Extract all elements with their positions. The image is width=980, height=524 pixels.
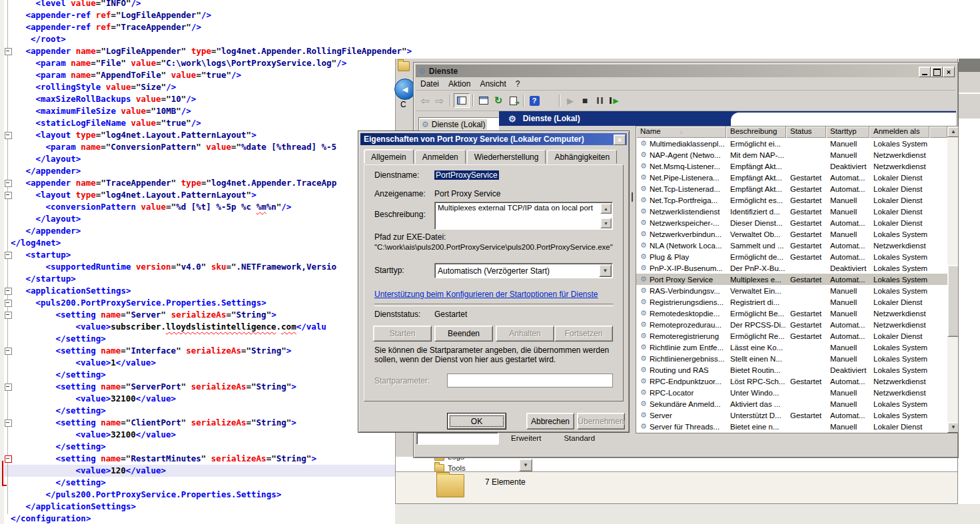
show-hide-action-pane-icon[interactable]	[542, 94, 556, 107]
fold-toggle[interactable]	[5, 312, 12, 319]
fold-toggle[interactable]	[5, 252, 12, 259]
scrollbar[interactable]: ▲ ▼	[947, 127, 958, 433]
column-header-beschreibung[interactable]: Beschreibung	[726, 127, 786, 138]
tab-anmelden[interactable]: Anmelden	[415, 150, 466, 164]
table-row[interactable]: ⚙Port Proxy ServiceMultiplexes e...Gesta…	[636, 274, 947, 285]
fold-toggle[interactable]	[5, 300, 12, 307]
properties-icon[interactable]	[476, 94, 491, 107]
minimize-icon	[922, 74, 927, 75]
dialog-titlebar[interactable]: Eigenschaften von Port Proxy Service (Lo…	[360, 133, 627, 145]
table-row[interactable]: ⚙Registrierungsdiens...Registriert di...…	[636, 296, 947, 308]
fold-toggle[interactable]	[5, 384, 12, 391]
dropdown-button[interactable]: ▼	[519, 459, 532, 471]
start-type-combobox[interactable]: Automatisch (Verzögerter Start) ▼	[434, 263, 613, 278]
start-service-icon[interactable]	[563, 94, 578, 107]
table-row[interactable]: ⚙Sekundäre Anmeld...Aktiviert das ...Man…	[636, 398, 947, 409]
pause-service-icon[interactable]	[592, 94, 607, 107]
start-params-input[interactable]	[447, 374, 613, 388]
stop-button[interactable]: Beenden	[434, 326, 493, 342]
tab-allgemein[interactable]: Allgemein	[364, 149, 414, 164]
table-row[interactable]: ⚙Server für Threads...Bietet eine n...Ma…	[636, 421, 947, 432]
fold-toggle[interactable]	[5, 192, 12, 199]
fold-toggle[interactable]	[5, 419, 12, 427]
table-row[interactable]: ⚙RAS-Verbindungsv...Verwaltet Ein...Manu…	[636, 285, 947, 296]
restart-service-icon[interactable]	[607, 94, 622, 107]
minimize-button[interactable]	[919, 67, 931, 77]
fold-toggle[interactable]	[5, 180, 12, 187]
service-starttype: Manuell	[826, 310, 869, 318]
close-button[interactable]: ×	[943, 67, 955, 77]
table-row[interactable]: ⚙Net.Tcp-Portfreiga...Ermöglicht es...Ge…	[636, 194, 947, 206]
services-titlebar[interactable]: ⚙ Dienste	[416, 65, 956, 77]
dialog-close-button[interactable]: ×	[614, 134, 626, 145]
tree-item-dienste-lokal[interactable]: ⚙ Dienste (Lokal)	[420, 119, 487, 130]
description-box[interactable]: Multiplexes external TCP/IP data on loca…	[434, 202, 613, 230]
table-row[interactable]: ⚙Netzwerkspeicher-...Dieser Dienst...Ges…	[636, 217, 947, 228]
maximize-button[interactable]	[931, 67, 943, 77]
table-row[interactable]: ⚙Routing und RASBietet Routin...Deaktivi…	[636, 364, 947, 376]
table-row[interactable]: ⚙Remotedesktopdie...Ermöglicht Be...Gest…	[636, 308, 947, 319]
column-header-starttyp[interactable]: Starttyp	[826, 127, 869, 138]
fold-toggle[interactable]	[5, 288, 12, 295]
table-row[interactable]: ⚙RemoteregistrierungErmöglicht Re...Gest…	[636, 330, 947, 342]
combo-dropdown-button[interactable]: ▼	[599, 264, 612, 277]
table-row[interactable]: ⚙ServerUnterstützt D...GestartetAutomat.…	[636, 409, 947, 421]
fold-toggle[interactable]	[5, 132, 12, 139]
scroll-up-button[interactable]: ▲	[600, 203, 612, 214]
show-console-tree-icon[interactable]	[454, 93, 470, 108]
export-list-icon[interactable]	[506, 94, 520, 107]
stop-service-icon[interactable]	[578, 94, 592, 107]
table-row[interactable]: ⚙Richtlinie zum Entfe...Lässt eine Ko...…	[636, 342, 947, 353]
fold-toggle[interactable]	[5, 455, 12, 463]
back-icon[interactable]	[418, 94, 432, 107]
service-description: Sammelt und ...	[726, 242, 786, 250]
table-row[interactable]: ⚙NAP-Agent (Netwo...Mit dem NAP-...Manue…	[636, 149, 947, 160]
table-row[interactable]: ⚙NetzwerklistendienstIdentifiziert d...G…	[636, 206, 947, 217]
apply-button[interactable]: Übernehmen	[577, 413, 625, 429]
table-row[interactable]: ⚙RPC-Endpunktzuor...Löst RPC-Sch...Gesta…	[636, 376, 947, 387]
table-row[interactable]: ⚙NLA (Network Loca...Sammelt und ...Gest…	[636, 240, 947, 251]
filter-box[interactable]	[416, 432, 498, 445]
start-button[interactable]: Starten	[373, 326, 432, 342]
table-row[interactable]: ⚙Remoteprozedurau...Der RPCSS-Di...Gesta…	[636, 319, 947, 330]
pause-button[interactable]: Anhalten	[496, 326, 554, 342]
view-tab-erweitert[interactable]: Erweitert	[500, 433, 552, 445]
cancel-button[interactable]: Abbrechen	[526, 413, 574, 429]
column-header-anmeldenals[interactable]: Anmelden als	[869, 127, 929, 138]
table-row[interactable]: ⚙Net.Msmq-Listener...Empfängt Akt...Deak…	[636, 160, 947, 172]
scroll-down-button[interactable]: ▼	[947, 422, 959, 433]
startup-options-help-link[interactable]: Unterstützung beim Konfigurieren der Sta…	[374, 290, 598, 299]
table-row[interactable]: ⚙Plug & PlayErmöglicht de...GestartetAut…	[636, 251, 947, 262]
forward-icon[interactable]	[432, 94, 447, 107]
fold-toggle[interactable]	[5, 48, 12, 55]
menu-item-aktion[interactable]: Aktion	[444, 79, 475, 89]
menu-item-datei[interactable]: Datei	[416, 79, 444, 89]
scroll-down-button[interactable]: ▼	[600, 218, 612, 228]
column-header-status[interactable]: Status	[786, 127, 826, 138]
scrollbar-thumb[interactable]	[947, 265, 959, 337]
service-status: Gestartet	[786, 411, 826, 419]
view-tab-standard[interactable]: Standard	[553, 433, 606, 445]
tab-abhängigkeiten[interactable]: Abhängigkeiten	[547, 150, 617, 164]
menu-item-?[interactable]: ?	[511, 79, 525, 89]
table-row[interactable]: ⚙Multimediaklassenpl...Ermöglicht ei...M…	[636, 138, 947, 149]
table-row[interactable]: ⚙Netzwerkverbindun...Verwaltet Ob...Gest…	[636, 228, 947, 240]
ok-button[interactable]: OK	[447, 413, 506, 429]
service-icon: ⚙	[640, 332, 647, 340]
pane-splitter[interactable]	[632, 192, 633, 202]
tab-wiederherstellung[interactable]: Wiederherstellung	[467, 150, 546, 164]
table-row[interactable]: ⚙PnP-X-IP-Busenum...Der PnP-X-Bu...Deakt…	[636, 262, 947, 274]
service-name-value[interactable]: PortProxyService	[434, 170, 499, 180]
resume-button[interactable]: Fortsetzen	[554, 326, 613, 342]
refresh-icon[interactable]	[491, 94, 506, 107]
service-status: Gestartet	[786, 208, 826, 216]
table-row[interactable]: ⚙Net.Tcp-Listenerad...Empfängt Akt...Ges…	[636, 183, 947, 194]
scroll-up-button[interactable]: ▲	[947, 127, 959, 137]
fold-toggle[interactable]	[5, 348, 12, 355]
menu-item-ansicht[interactable]: Ansicht	[475, 79, 510, 89]
help-icon[interactable]	[527, 94, 542, 107]
table-row[interactable]: ⚙RPC-LocatorUnter Windo...ManuellNetzwer…	[636, 387, 947, 398]
table-row[interactable]: ⚙Richtlinienergebniss...Stellt einen N..…	[636, 353, 947, 364]
column-header-name[interactable]: Name▲	[636, 127, 726, 138]
table-row[interactable]: ⚙Net.Pipe-Listenera...Empfängt Akt...Ges…	[636, 172, 947, 183]
